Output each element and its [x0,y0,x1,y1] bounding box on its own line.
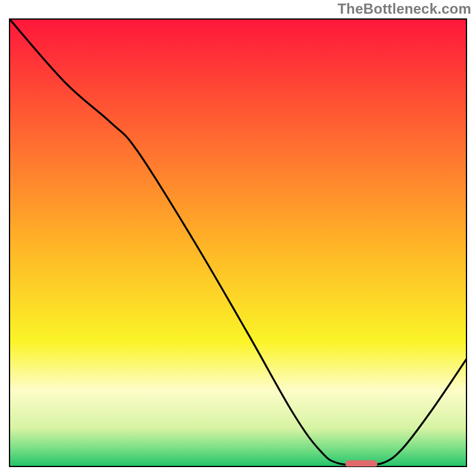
bottleneck-chart [0,0,476,476]
gradient-background [10,19,466,466]
optimal-range-marker [345,460,377,467]
plot-area [10,19,466,467]
